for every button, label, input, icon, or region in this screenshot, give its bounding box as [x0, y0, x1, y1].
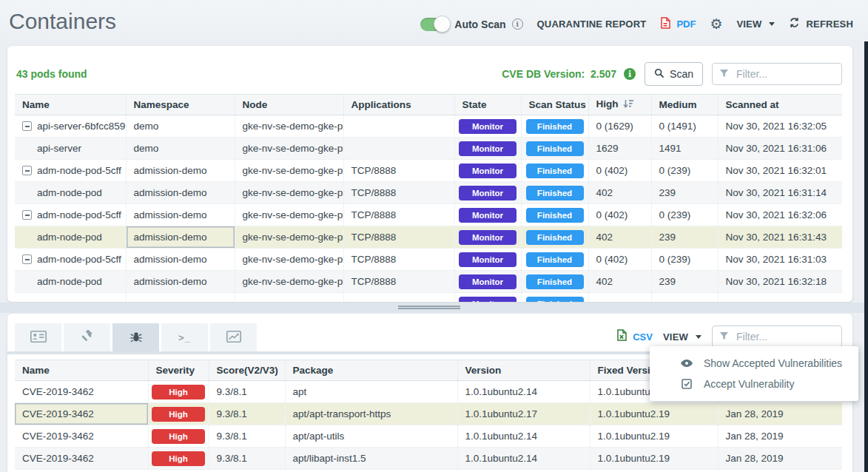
cell-scan-status[interactable]: Finished: [521, 138, 588, 160]
cell-severity[interactable]: High: [148, 381, 209, 403]
cell-severity[interactable]: High: [148, 448, 209, 470]
cell-node[interactable]: gke-nv-se-demo-gke-pr: [235, 160, 343, 182]
cell-high[interactable]: 0 (402): [588, 204, 651, 226]
collapse-icon[interactable]: [22, 166, 32, 175]
column-header-score-v2-v3[interactable]: Score(V2/V3): [209, 360, 285, 381]
scan-button[interactable]: Scan: [645, 62, 703, 86]
toggle-knob[interactable]: [434, 16, 451, 33]
cell-published[interactable]: Jan 28, 2019: [718, 425, 842, 448]
pod-row[interactable]: adm-node-pod-5cffadmission-demogke-nv-se…: [15, 160, 842, 182]
cell-applications[interactable]: TCP/8888: [343, 160, 454, 182]
gear-icon[interactable]: ⚙: [710, 17, 722, 31]
cell-namespace[interactable]: [126, 293, 235, 303]
column-header-medium[interactable]: Medium: [651, 95, 718, 115]
cell-scan-status[interactable]: Finished: [521, 160, 588, 182]
cell-state[interactable]: Monitor: [454, 115, 521, 138]
quarantine-report-button[interactable]: QUARANTINE REPORT: [537, 18, 647, 30]
cell-name[interactable]: api-server-6bfcc859: [15, 115, 126, 138]
auto-scan-toggle[interactable]: [420, 18, 448, 31]
cell-name[interactable]: api-server: [15, 138, 126, 160]
cell-score[interactable]: 9.3/8.1: [209, 381, 285, 403]
cell-namespace[interactable]: admission-demo: [126, 204, 235, 226]
vulnerability-row[interactable]: CVE-2019-3462High9.3/8.1apt/apt-utils1.0…: [15, 425, 842, 448]
cell-namespace[interactable]: admission-demo: [126, 271, 235, 293]
cell-applications[interactable]: [343, 138, 454, 160]
column-header-scan-status[interactable]: Scan Status: [521, 95, 588, 115]
cell-severity[interactable]: High: [148, 403, 209, 425]
vulnerability-row[interactable]: CVE-2019-3462High9.3/8.1apt/libapt-inst1…: [15, 448, 842, 470]
cell-high[interactable]: 402: [588, 226, 651, 249]
vulnerability-row[interactable]: CVE-2019-3462High9.3/8.1apt/apt-transpor…: [15, 403, 842, 425]
cell-namespace[interactable]: admission-demo: [126, 226, 235, 249]
cell-name[interactable]: adm-node-pod: [15, 271, 126, 293]
column-header-scanned-at[interactable]: Scanned at: [718, 95, 842, 115]
cell-node[interactable]: [235, 293, 343, 303]
cell-package[interactable]: apt: [285, 381, 457, 403]
refresh-button[interactable]: REFRESH: [789, 17, 853, 31]
pod-row[interactable]: adm-node-podadmission-demogke-nv-se-demo…: [15, 226, 842, 249]
info-filled-icon[interactable]: i: [624, 68, 636, 80]
cell-scanned-at[interactable]: Nov 30, 2021 16:32:18: [718, 271, 842, 293]
cell-scan-status[interactable]: Finished: [521, 226, 588, 249]
details-view-dropdown-button[interactable]: VIEW: [663, 331, 702, 343]
cell-applications[interactable]: TCP/8888: [343, 226, 454, 249]
cell-scanned-at[interactable]: Nov 30, 2021 16:32:05: [718, 115, 842, 138]
menu-item-show-accepted-vulnerabilities[interactable]: Show Accepted Vulnerabilities: [650, 353, 858, 374]
cell-scan-status[interactable]: Finished: [521, 182, 588, 204]
cell-name[interactable]: adm-node-pod-5cff: [15, 160, 126, 182]
cell-state[interactable]: Monitor: [454, 293, 521, 303]
cell-scan-status[interactable]: Finished: [521, 293, 588, 303]
cell-applications[interactable]: TCP/8888: [343, 271, 454, 293]
pod-row[interactable]: api-serverdemogke-nv-se-demo-gke-prMonit…: [15, 138, 842, 160]
cell-name[interactable]: adm-node-pod: [15, 182, 126, 204]
cell-scanned-at[interactable]: [718, 293, 842, 303]
cell-package[interactable]: apt/apt-utils: [285, 425, 457, 448]
info-icon[interactable]: i: [512, 18, 523, 30]
cell-high[interactable]: 402: [588, 182, 651, 204]
cell-scan-status[interactable]: Finished: [521, 249, 588, 271]
cell-score[interactable]: 9.3/8.1: [209, 403, 285, 425]
cell-namespace[interactable]: admission-demo: [126, 249, 235, 271]
cell-severity[interactable]: High: [148, 425, 209, 448]
cell-fixed-version[interactable]: 1.0.1ubuntu2.19: [590, 425, 718, 448]
cell-name[interactable]: adm-node-pod-5cff: [15, 204, 126, 226]
tab-stats[interactable]: [210, 323, 257, 351]
cell-package[interactable]: apt/apt-transport-https: [285, 403, 457, 425]
cell-high[interactable]: 402: [588, 271, 651, 293]
cell-namespace[interactable]: demo: [126, 138, 235, 160]
sort-desc-icon[interactable]: [623, 99, 634, 111]
cell-scanned-at[interactable]: Nov 30, 2021 16:32:01: [718, 160, 842, 182]
cell-score[interactable]: 9.3/8.1: [209, 425, 285, 448]
details-filter-input[interactable]: [735, 330, 835, 343]
cell-applications[interactable]: [343, 115, 454, 138]
cell-medium[interactable]: 239: [651, 182, 718, 204]
tab-vulnerabilities[interactable]: [112, 323, 159, 351]
cell-medium[interactable]: 0 (1491): [651, 115, 718, 138]
cell-node[interactable]: gke-nv-se-demo-gke-pr: [235, 182, 343, 204]
cell-node[interactable]: gke-nv-se-demo-gke-pr: [235, 138, 343, 160]
cell-medium[interactable]: 239: [651, 271, 718, 293]
tab-compliance[interactable]: [64, 323, 110, 351]
column-header-package[interactable]: Package: [285, 360, 457, 381]
pdf-button[interactable]: PDF: [660, 17, 696, 32]
cell-node[interactable]: gke-nv-se-demo-gke-pr: [235, 115, 343, 138]
cell-applications[interactable]: TCP/8888: [343, 249, 454, 271]
cell-scanned-at[interactable]: Nov 30, 2021 16:32:06: [718, 204, 842, 226]
cell-version[interactable]: 1.0.1ubuntu2.14: [457, 381, 590, 403]
cell-node[interactable]: gke-nv-se-demo-gke-pr: [235, 249, 343, 271]
cell-high[interactable]: 1629: [588, 138, 651, 160]
cell-name[interactable]: CVE-2019-3462: [15, 403, 148, 425]
cell-scan-status[interactable]: Finished: [521, 204, 588, 226]
cell-published[interactable]: Jan 28, 2019: [718, 448, 842, 470]
cell-state[interactable]: Monitor: [454, 204, 521, 226]
cell-state[interactable]: Monitor: [454, 249, 521, 271]
cell-version[interactable]: 1.0.1ubuntu2.14: [457, 425, 590, 448]
cell-fixed-version[interactable]: 1.0.1ubuntu2.19: [590, 403, 718, 425]
csv-export-button[interactable]: CSV: [616, 329, 653, 344]
cell-scanned-at[interactable]: Nov 30, 2021 16:31:06: [718, 138, 842, 160]
column-header-node[interactable]: Node: [235, 95, 343, 115]
cell-medium[interactable]: 0 (239): [651, 249, 718, 271]
cell-medium[interactable]: 239: [651, 226, 718, 249]
column-header-version[interactable]: Version: [457, 360, 590, 381]
cell-applications[interactable]: TCP/8888: [343, 204, 454, 226]
